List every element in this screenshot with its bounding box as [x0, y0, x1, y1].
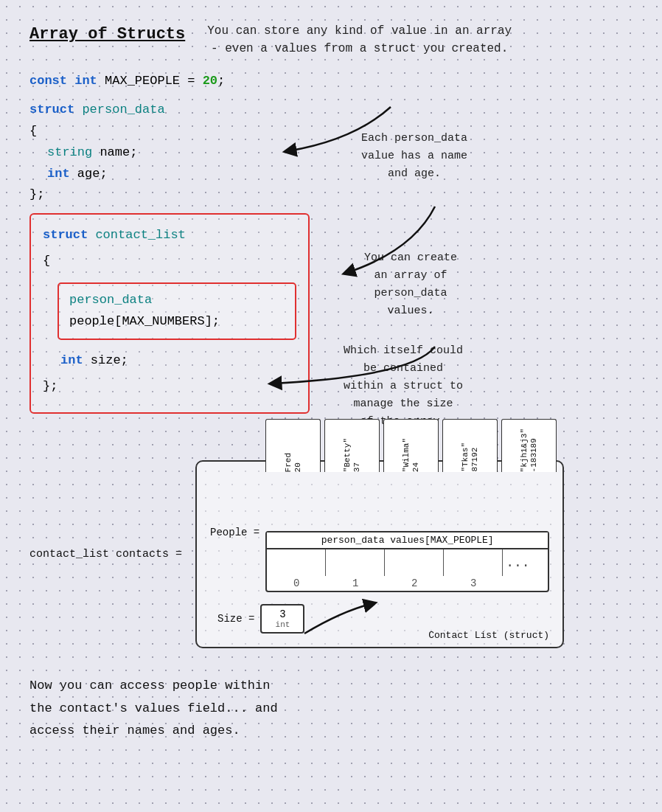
- struct-person-brace-open: {: [29, 121, 310, 142]
- ann3-line4: manage the size: [339, 395, 467, 413]
- bottom-text: Now you can access people within the con…: [29, 675, 633, 743]
- main-content: const int MAX_PEOPLE = 20; struct person…: [29, 71, 633, 431]
- ann2-line2: an array of: [354, 267, 467, 285]
- contact-list-name: contact_list: [95, 228, 185, 242]
- array-cells: ...: [267, 549, 548, 576]
- people-var: people: [69, 314, 114, 328]
- const-keyword: const: [29, 74, 74, 88]
- page-title: Array of Structs: [29, 25, 185, 44]
- contacts-label: contact_list contacts =: [29, 548, 182, 561]
- person-tab-0: Fred20: [265, 419, 321, 472]
- contact-list-struct-label: Contact List (struct): [428, 630, 549, 641]
- annotation-1: Each person_data value has a name and ag…: [361, 130, 467, 183]
- array-cell-3: [444, 549, 503, 576]
- ann1-line1: Each person_data: [361, 130, 467, 148]
- person-tabs-container: Fred20 "Betty"37 "Wilma"24 "Tkas"87192 ": [265, 413, 560, 472]
- array-wrapper: Fred20 "Betty"37 "Wilma"24 "Tkas"87192 ": [265, 472, 549, 592]
- page-container: Array of Structs You can store any kind …: [29, 22, 633, 743]
- person-tab-3: "Tkas"87192: [442, 419, 498, 472]
- person-tab-0-text: Fred20: [284, 450, 303, 472]
- diagram-box: People = Fred20 "Betty"37 "Wilma"24: [195, 460, 564, 648]
- size-field-line: int size;: [60, 350, 296, 372]
- title-desc-line2: - even a values from a struct you create…: [207, 40, 512, 58]
- person-struct: struct person_data { string name; int ag…: [29, 100, 310, 206]
- contact-struct-brace-close: };: [43, 376, 296, 398]
- array-index-1: 1: [326, 576, 385, 591]
- person-data-type-2: person_data: [69, 293, 152, 307]
- ann1-line3: and age.: [361, 165, 467, 183]
- annotation-2: You can create an array of person_data v…: [354, 249, 467, 320]
- struct-kw-2: struct: [43, 228, 95, 242]
- ann1-line2: value has a name: [361, 148, 467, 165]
- person-tab-1: "Betty"37: [324, 419, 380, 472]
- title-description: You can store any kind of value in an ar…: [207, 22, 512, 58]
- array-cell-0: [267, 549, 326, 576]
- int-keyword-1: int: [74, 74, 105, 88]
- string-kw: string: [47, 145, 100, 159]
- array-index-0: 0: [267, 576, 326, 591]
- const-line: const int MAX_PEOPLE = 20;: [29, 71, 310, 92]
- diagram-section: contact_list contacts = People = Fred20 …: [29, 460, 633, 648]
- contact-struct-brace-open: {: [43, 251, 296, 272]
- annotations-column: Each person_data value has a name and ag…: [317, 71, 467, 431]
- struct-person-age-field: int age;: [47, 164, 310, 185]
- semicolon-1: ;: [217, 74, 225, 88]
- array-cell-1: [326, 549, 385, 576]
- ann3-line2: be contained: [339, 360, 467, 378]
- num-20: 20: [203, 74, 217, 88]
- int-kw-3: int: [60, 353, 91, 367]
- array-container: person_data values[MAX_PEOPLE] ... 0 1 2: [265, 531, 549, 592]
- max-numbers-bracket: [MAX_NUMBERS];: [114, 314, 220, 328]
- size-row: Size = 3 int: [217, 604, 549, 634]
- array-index-2: 2: [385, 576, 444, 591]
- name-field: name;: [100, 145, 137, 159]
- person-tab-4-text: "kjh1&j3"-183189: [520, 426, 539, 472]
- array-dots: ...: [503, 555, 532, 570]
- people-row: People = Fred20 "Betty"37 "Wilma"24: [210, 472, 549, 592]
- size-box-wrapper: 3 int: [260, 604, 304, 634]
- person-tab-4: "kjh1&j3"-183189: [501, 419, 557, 472]
- size-label: Size =: [217, 613, 254, 625]
- bottom-line3: access their names and ages.: [29, 720, 633, 743]
- ann2-line4: values.: [354, 302, 467, 320]
- age-field: age;: [77, 167, 108, 181]
- ann2-line3: person_data: [354, 285, 467, 302]
- struct-kw-1: struct: [29, 103, 82, 117]
- contact-struct-header: struct contact_list: [43, 225, 296, 246]
- people-label: People =: [210, 527, 259, 538]
- people-field-box: person_data people[MAX_NUMBERS];: [58, 282, 296, 340]
- bottom-line2: the contact's values field... and: [29, 698, 633, 721]
- ann3-line1: Which itself could: [339, 342, 467, 360]
- ann2-line1: You can create: [354, 249, 467, 267]
- size-arrow-svg: [297, 597, 386, 641]
- equals: =: [187, 74, 202, 88]
- struct-person-name-field: string name;: [47, 142, 310, 164]
- int-kw-2: int: [47, 167, 77, 181]
- struct-person-line1: struct person_data: [29, 100, 310, 121]
- code-section: const int MAX_PEOPLE = 20; struct person…: [29, 71, 310, 418]
- person-data-name: person_data: [82, 103, 164, 117]
- contact-list-struct: struct contact_list { person_data people…: [29, 213, 310, 413]
- size-value: 3: [273, 608, 291, 620]
- person-tab-3-text: "Tkas"87192: [461, 440, 480, 472]
- struct-person-brace-close: };: [29, 184, 310, 206]
- size-field: size;: [91, 353, 128, 367]
- size-type: int: [273, 620, 291, 629]
- bottom-line1: Now you can access people within: [29, 675, 633, 698]
- array-cell-2: [385, 549, 444, 576]
- array-index-3: 3: [444, 576, 503, 591]
- max-people-var: MAX_PEOPLE: [105, 74, 187, 88]
- person-tab-2-text: "Wilma"24: [402, 435, 421, 472]
- array-header: person_data values[MAX_PEOPLE]: [267, 532, 548, 549]
- person-tab-1-text: "Betty"37: [343, 435, 362, 472]
- ann3-line3: within a struct to: [339, 378, 467, 395]
- title-desc-line1: You can store any kind of value in an ar…: [207, 22, 512, 40]
- array-index-row: 0 1 2 3: [267, 576, 548, 591]
- people-field: person_data people[MAX_NUMBERS];: [69, 293, 220, 328]
- title-section: Array of Structs You can store any kind …: [29, 22, 633, 58]
- person-tab-2: "Wilma"24: [383, 419, 439, 472]
